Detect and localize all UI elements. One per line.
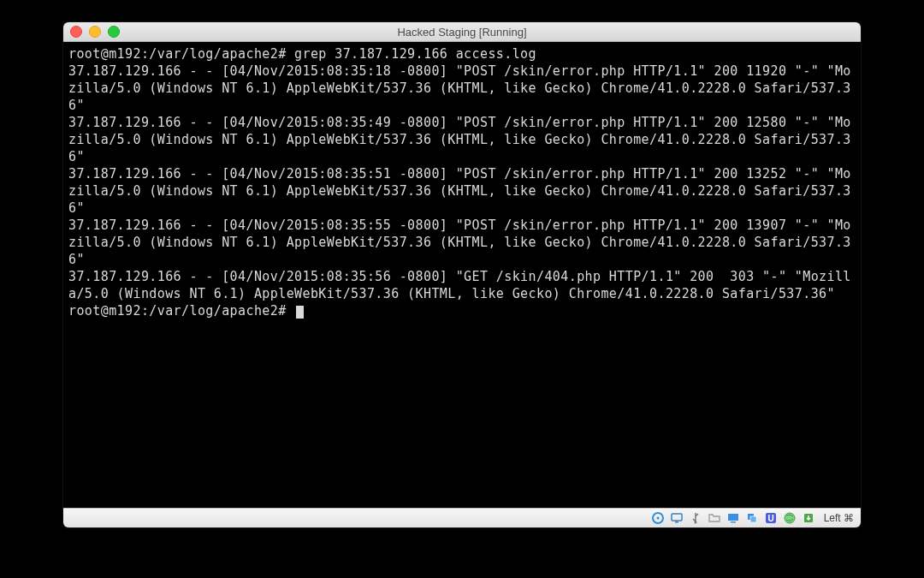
minimize-button[interactable]	[89, 26, 101, 38]
terminal[interactable]: root@m192:/var/log/apache2# grep 37.187.…	[63, 42, 861, 511]
usb-icon[interactable]	[689, 511, 702, 525]
svg-rect-3	[675, 521, 678, 523]
terminal-line: 37.187.129.166 - - [04/Nov/2015:08:35:18…	[68, 63, 851, 113]
folder-icon[interactable]	[708, 511, 721, 525]
svg-rect-6	[731, 521, 736, 523]
svg-point-4	[694, 521, 696, 524]
svg-text:U: U	[767, 514, 773, 523]
titlebar[interactable]: Hacked Staging [Running]	[63, 22, 861, 42]
download-icon[interactable]	[802, 511, 815, 525]
svg-point-1	[656, 517, 659, 520]
cursor-icon	[296, 306, 304, 319]
disk-icon[interactable]	[651, 511, 665, 525]
svg-rect-2	[672, 514, 682, 521]
globe-icon[interactable]	[783, 511, 797, 525]
window-title: Hacked Staging [Running]	[63, 26, 861, 39]
display-icon[interactable]	[726, 511, 740, 525]
status-bar: U Left ⌘	[63, 508, 861, 527]
terminal-line: 37.187.129.166 - - [04/Nov/2015:08:35:51…	[68, 166, 851, 216]
shared-clipboard-icon[interactable]	[745, 511, 759, 525]
terminal-line: root@m192:/var/log/apache2# grep 37.187.…	[68, 46, 536, 62]
recording-icon[interactable]: U	[764, 511, 778, 525]
terminal-prompt: root@m192:/var/log/apache2#	[68, 303, 294, 319]
svg-rect-8	[750, 516, 756, 522]
network-icon[interactable]	[670, 511, 684, 525]
traffic-lights	[70, 26, 120, 38]
zoom-button[interactable]	[108, 26, 120, 38]
vm-window: Hacked Staging [Running] root@m192:/var/…	[63, 22, 861, 527]
svg-rect-5	[728, 514, 738, 521]
terminal-line: 37.187.129.166 - - [04/Nov/2015:08:35:49…	[68, 115, 851, 164]
terminal-line: 37.187.129.166 - - [04/Nov/2015:08:35:56…	[68, 269, 851, 301]
terminal-line: 37.187.129.166 - - [04/Nov/2015:08:35:55…	[68, 217, 851, 267]
host-key-label: Left ⌘	[824, 512, 854, 524]
close-button[interactable]	[70, 26, 82, 38]
svg-point-11	[785, 513, 795, 523]
